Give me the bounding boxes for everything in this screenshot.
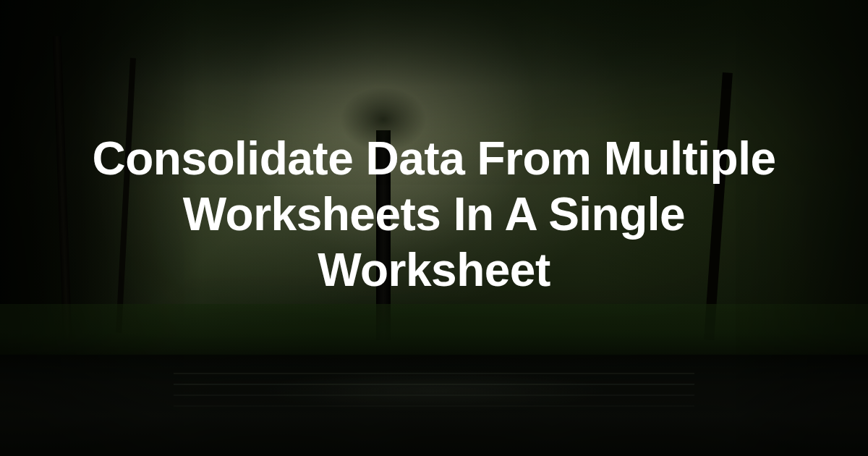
title-container: Consolidate Data From Multiple Worksheet… [65,131,803,297]
hero-title: Consolidate Data From Multiple Worksheet… [65,131,803,297]
